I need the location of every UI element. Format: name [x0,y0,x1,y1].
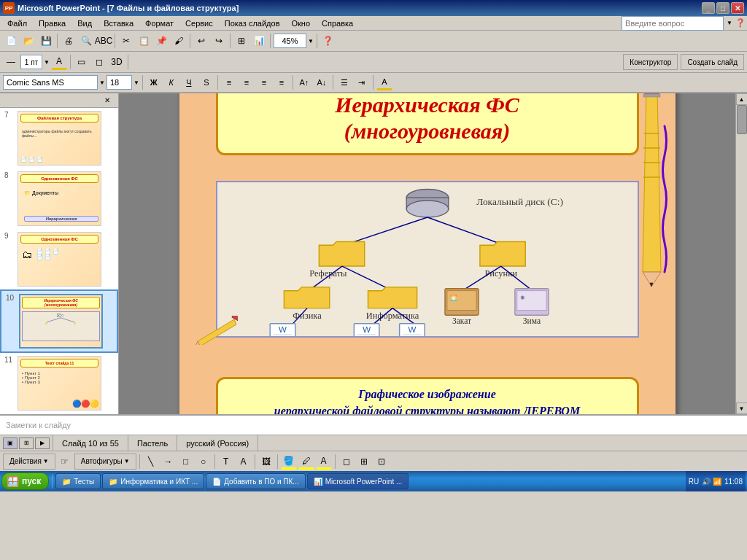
line-style-btn[interactable]: — [3,54,19,70]
help-button[interactable]: ❓ [735,18,746,28]
font-color-tool[interactable]: A [316,454,332,470]
taskbar-btn-ppt[interactable]: 📊 Microsoft PowerPoint ... [307,473,409,489]
minimize-button[interactable]: _ [702,2,715,14]
search-dropdown-arrow[interactable]: ▼ [727,20,732,26]
svg-text:W: W [408,325,416,334]
help-search-input[interactable] [622,16,724,31]
font-selector[interactable] [3,75,98,90]
autoshapes-button[interactable]: Автофигуры ▼ [74,454,136,470]
zoom-input[interactable] [274,34,306,48]
line-weight-input[interactable] [20,55,42,69]
strikethrough-button[interactable]: S [198,74,214,90]
list-button[interactable]: ☰ [336,74,352,90]
slide-num-10: 10 [6,294,15,302]
taskbar-btn-tests[interactable]: 📁 Тесты [55,473,101,489]
slideshow-btn[interactable]: ▶ [35,438,50,449]
increase-font-button[interactable]: A↑ [296,74,312,90]
line-tool[interactable]: ╲ [143,454,159,470]
normal-view-btn[interactable]: ▣ [3,438,18,449]
redo-button[interactable]: ↪ [211,33,227,49]
constructor-button[interactable]: Конструктор [623,54,678,70]
menu-edit[interactable]: Правка [33,18,71,29]
align-left-button[interactable]: ≡ [221,74,237,90]
start-button[interactable]: 🪟 пуск [1,472,49,490]
menu-window[interactable]: Окно [286,18,317,29]
scroll-up-button[interactable]: ▲ [736,93,748,105]
italic-button[interactable]: К [163,74,179,90]
slide-thumb-8[interactable]: 8 Однозвенная ФС 📁 Документы Иерархическ… [0,168,118,229]
font-color-button[interactable]: A [376,74,392,90]
indent-button[interactable]: ⇥ [354,74,370,90]
undo-button[interactable]: ↩ [193,33,209,49]
menu-view[interactable]: Вид [71,18,98,29]
spell-button[interactable]: ABC [96,33,112,49]
menu-service[interactable]: Сервис [179,18,219,29]
fill-color-tool[interactable]: 🪣 [281,454,297,470]
line-color-tool[interactable]: 🖊 [298,454,314,470]
create-slide-button[interactable]: Создать слайд [681,54,744,70]
copy-button[interactable]: 📋 [136,33,152,49]
scroll-down-button[interactable]: ▼ [736,402,748,414]
font-size-input[interactable] [107,75,132,90]
align-center-button[interactable]: ≡ [239,74,255,90]
actions-button[interactable]: Действия ▼ [3,454,55,470]
arrow-tool[interactable]: → [160,454,177,470]
slide-thumb-11[interactable]: 11 Текст слайда 11 • Пункт 1• Пункт 2• П… [0,353,118,413]
size-dropdown-arrow[interactable]: ▼ [133,79,139,86]
wordart-tool[interactable]: A [236,454,252,470]
fill-color-btn[interactable]: ▭ [74,54,90,70]
insert-table-button[interactable]: ⊞ [233,33,249,49]
align-right-button[interactable]: ≡ [256,74,272,90]
taskbar-btn-add[interactable]: 📄 Добавить в ПО и ПК... [206,473,306,489]
drawing-toolbar: Действия ▼ ☞ Автофигуры ▼ ╲ → □ ○ T A 🖼 … [0,451,747,471]
scroll-thumb[interactable] [737,105,747,134]
font-dropdown-arrow[interactable]: ▼ [99,79,105,86]
insert-chart-button[interactable]: 📊 [251,33,267,49]
menu-help[interactable]: Справка [316,18,359,29]
underline-button[interactable]: Ч [181,74,197,90]
align-distribute-tool[interactable]: ⊞ [356,454,372,470]
line-color-btn[interactable]: A [51,54,67,70]
decrease-font-button[interactable]: A↓ [314,74,330,90]
close-button[interactable]: ✕ [731,2,744,14]
panel-close-button[interactable]: ✕ [99,93,115,109]
slide-thumb-10[interactable]: 10 Иерархическая ФС(многоуровневая) 💽 C:… [0,289,118,353]
shadow-btn[interactable]: ◻ [91,54,107,70]
slide-preview-8: Однозвенная ФС 📁 Документы Иерархическая [18,171,101,226]
print-preview-button[interactable]: 🔍 [78,33,94,49]
title-bar-left: PP Microsoft PowerPoint - [7 Файлы и фай… [3,2,239,14]
vertical-scrollbar[interactable]: ▲ ▼ [735,93,747,414]
open-button[interactable]: 📂 [20,33,36,49]
select-button[interactable]: ☞ [57,454,73,470]
zoom-dropdown[interactable]: ▼ [308,38,314,44]
line-weight-dropdown[interactable]: ▼ [44,59,50,66]
slide-thumb-7[interactable]: 7 Файловая структура администраторы файл… [0,108,118,168]
bold-button[interactable]: Ж [146,74,162,90]
menu-insert[interactable]: Вставка [98,18,139,29]
slide-thumb-12[interactable]: 12 Текстовая страница Описание файловойс… [0,413,118,414]
justify-button[interactable]: ≡ [274,74,290,90]
scroll-track[interactable] [736,105,747,402]
taskbar-btn-informatika[interactable]: 📁 Информатика и ИКТ ... [102,473,204,489]
cut-button[interactable]: ✂ [118,33,134,49]
maximize-button[interactable]: □ [716,2,729,14]
textbox-tool[interactable]: T [218,454,234,470]
new-button[interactable]: 📄 [3,33,19,49]
slide-sorter-btn[interactable]: ⊞ [19,438,34,449]
ellipse-tool[interactable]: ○ [196,454,212,470]
group-tool[interactable]: ⊡ [374,454,390,470]
menu-format[interactable]: Формат [139,18,179,29]
save-button[interactable]: 💾 [38,33,54,49]
shadow-style-tool[interactable]: ◻ [338,454,355,470]
print-button[interactable]: 🖨 [61,33,77,49]
format-painter[interactable]: 🖌 [171,33,187,49]
3d-btn[interactable]: 3D [109,54,125,70]
window-controls[interactable]: _ □ ✕ [702,2,744,14]
slide-thumb-9[interactable]: 9 Однозвенная ФС 🗂 📄 📄 📄📄 📄 [0,229,118,289]
paste-button[interactable]: 📌 [153,33,169,49]
menu-slideshow[interactable]: Показ слайдов [219,18,286,29]
help-icon-button[interactable]: ❓ [320,33,336,49]
rect-tool[interactable]: □ [178,454,194,470]
clipart-tool[interactable]: 🖼 [258,454,274,470]
menu-file[interactable]: Файл [1,18,33,29]
